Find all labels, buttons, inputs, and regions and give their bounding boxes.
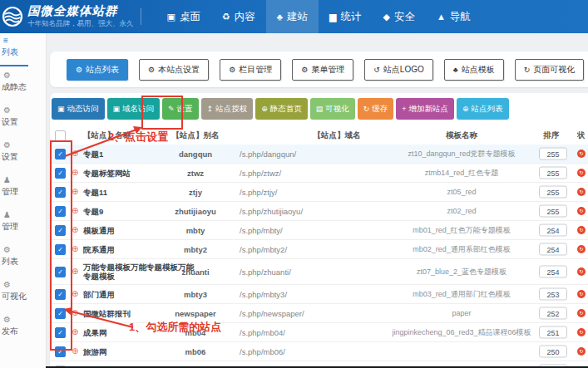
status-refresh-icon[interactable]: ↻	[577, 245, 586, 253]
sort-order-input[interactable]	[539, 186, 567, 199]
annotation-step2-label: 2、点击设置	[108, 130, 168, 145]
sidebar-item[interactable]: ⚙ 发布	[0, 312, 46, 347]
nav-item[interactable]: ▆ 统计	[319, 0, 372, 33]
row-checkbox[interactable]: ✓	[55, 225, 66, 236]
toolbar-button-label: 动态访问	[67, 104, 99, 115]
header-sort-order: 排序	[536, 130, 566, 141]
tab-button[interactable]: ⚙ 本站点设置	[139, 59, 209, 81]
row-checkbox[interactable]: ✓	[55, 346, 66, 357]
row-checkbox[interactable]: ✓	[55, 168, 66, 179]
nav-item[interactable]: ◆ 安全	[372, 0, 425, 33]
toolbar-button[interactable]: ⊕ 静态首页	[255, 98, 308, 120]
row-checkbox[interactable]: ✓	[55, 327, 66, 338]
sort-order-input[interactable]	[539, 148, 567, 160]
site-alias: dangqun	[160, 150, 231, 159]
toolbar-button-icon: ↥	[207, 105, 214, 113]
toolbar-button[interactable]: + 增加新站点	[396, 98, 454, 120]
sort-order-input[interactable]	[539, 346, 567, 358]
nav-item[interactable]: ▲ 导航	[426, 0, 482, 33]
sidebar-item[interactable]: ⚙ 设置	[0, 103, 46, 138]
header-status: 状态	[577, 130, 585, 141]
status-refresh-icon[interactable]: ↻	[577, 207, 586, 215]
site-alias: mbty	[160, 226, 231, 235]
tab-button[interactable]: ⚙ 菜单管理	[292, 59, 353, 81]
sidebar-item[interactable]: ♟ 管理	[0, 208, 46, 243]
nav-item[interactable]: ▣ 桌面	[156, 0, 211, 33]
nav-label: 建站	[287, 10, 308, 24]
toolbar-button[interactable]: ▣ 域名访问	[107, 98, 161, 120]
select-all-checkbox[interactable]	[55, 130, 66, 141]
sidebar-item[interactable]: ⚙ 成静态	[0, 68, 46, 103]
sort-order-input[interactable]	[539, 224, 567, 237]
brand-logo-icon	[2, 6, 23, 27]
status-refresh-icon[interactable]: ↻	[577, 226, 586, 234]
table-row: ✓ ⊕ 专题1 dangqun /s.php/dangqun/ zt10_dan…	[50, 145, 588, 164]
check-icon: ✓	[56, 347, 65, 356]
row-checkbox[interactable]: ✓	[55, 289, 66, 300]
status-refresh-icon[interactable]: ↻	[577, 290, 586, 298]
gear-icon: ⚙	[148, 66, 155, 74]
row-checkbox[interactable]: ✓	[55, 308, 66, 319]
sort-order-input[interactable]	[539, 243, 567, 256]
site-globe-icon: ⊕	[72, 327, 78, 336]
sort-order-input[interactable]	[539, 167, 567, 179]
sort-order-input[interactable]	[539, 288, 567, 301]
table-row: ✓ ⊕ 院系通用 mbty2 /s.php/mbty2/ mb02_red_通用…	[50, 240, 588, 259]
tab-button[interactable]: ↻ 页面可视化	[515, 59, 585, 81]
tab-label: 页面可视化	[533, 64, 575, 76]
status-refresh-icon[interactable]: ↻	[577, 188, 586, 196]
status-refresh-icon[interactable]: ↻	[577, 267, 586, 276]
site-domain: /s.php/ztwz/	[240, 169, 281, 178]
sidebar-item[interactable]: ≡ 列表	[0, 33, 46, 68]
check-icon: ✓	[56, 188, 65, 197]
sort-order-input[interactable]	[539, 266, 567, 278]
table-row: ✓ ⊕ 旅游网 mb06 /s.php/mb06/ ↻	[50, 342, 588, 361]
sidebar-item-label: 管理	[2, 186, 46, 198]
row-checkbox[interactable]: ✓	[55, 267, 66, 277]
sort-order-input[interactable]	[539, 307, 567, 320]
check-icon: ✓	[56, 226, 65, 235]
gear-icon: ⚙	[229, 66, 235, 74]
sidebar-item[interactable]: ♟ 管理	[0, 173, 46, 208]
tab-button[interactable]: ⚙ 站点列表	[67, 59, 128, 81]
toolbar-button[interactable]: ⊕ 站点列表	[457, 98, 509, 120]
row-checkbox[interactable]: ✓	[55, 244, 66, 255]
sidebar-item[interactable]: ⚙ 设置	[0, 138, 46, 173]
toolbar-button-label: 可视化	[325, 104, 349, 115]
row-checkbox[interactable]: ✓	[55, 187, 66, 198]
toolbar-button-icon: ▣	[57, 105, 65, 113]
nav-item[interactable]: ♻ 内容	[211, 0, 266, 33]
status-refresh-icon[interactable]: ↻	[577, 328, 586, 336]
tab-button[interactable]: ⚙ 栏目管理	[220, 59, 281, 81]
sort-order-input[interactable]	[539, 326, 567, 339]
row-checkbox[interactable]: ✓	[55, 149, 66, 159]
status-refresh-icon[interactable]: ↻	[577, 150, 586, 158]
nav-item[interactable]: ♣ 建站	[266, 0, 319, 33]
template-name: mb01_red_红色万能专题模板	[378, 225, 545, 236]
status-refresh-icon[interactable]: ↻	[577, 309, 586, 317]
template-name: jingpinkecheng_06_red3_精品课程06模板	[378, 327, 545, 338]
site-globe-icon: ⊕	[72, 308, 78, 317]
nav-label: 统计	[340, 10, 361, 24]
app-subtitle: 十年知名品牌，易用、强大、永久	[27, 19, 134, 29]
status-refresh-icon[interactable]: ↻	[577, 347, 586, 356]
sidebar-item[interactable]: ⚙ 列表	[0, 243, 46, 277]
row-checkbox[interactable]: ✓	[55, 206, 66, 217]
sidebar-item-icon: ⚙	[3, 281, 46, 289]
tab-button[interactable]: ↺ 站点LOGO	[364, 59, 432, 81]
tab-button[interactable]: ♣ 站点模板	[444, 59, 504, 81]
template-name: zt05_red	[378, 188, 545, 196]
check-icon: ✓	[56, 309, 65, 318]
annotation-step1-label: 1、勾选所需的站点	[129, 320, 221, 335]
toolbar-button[interactable]: ▤ 可视化	[310, 98, 355, 120]
toolbar-button[interactable]: ↥ 站点授权	[201, 98, 254, 120]
site-domain: /s.php/mbty2/	[240, 245, 287, 254]
toolbar-button[interactable]: ↻ 缓存	[358, 98, 394, 120]
status-refresh-icon[interactable]: ↻	[577, 169, 586, 177]
toolbar-button-icon: ✎	[168, 105, 175, 113]
toolbar-button[interactable]: ▣ 动态访问	[52, 98, 105, 120]
sidebar-item[interactable]: ⚙ 可视化	[0, 277, 46, 312]
sidebar-item-icon: ♟	[3, 211, 46, 219]
sort-order-input[interactable]	[539, 205, 567, 218]
toolbar-button[interactable]: ✎ 设置	[162, 98, 199, 120]
